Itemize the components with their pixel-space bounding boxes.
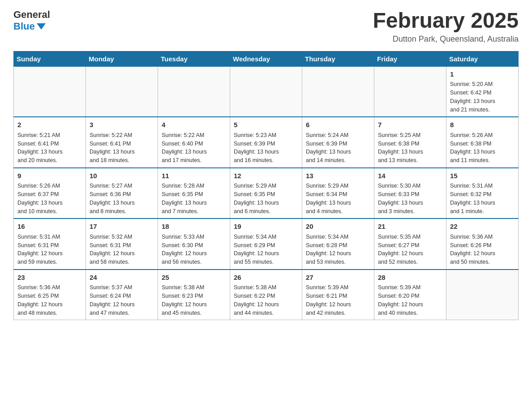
calendar-cell: 12Sunrise: 5:29 AM Sunset: 6:35 PM Dayli…: [230, 168, 302, 219]
calendar-cell: 15Sunrise: 5:31 AM Sunset: 6:32 PM Dayli…: [446, 168, 519, 219]
day-number: 26: [234, 273, 298, 283]
title-block: February 2025 Dutton Park, Queensland, A…: [373, 9, 519, 44]
day-info: Sunrise: 5:37 AM Sunset: 6:24 PM Dayligh…: [90, 283, 154, 317]
day-info: Sunrise: 5:22 AM Sunset: 6:40 PM Dayligh…: [162, 131, 226, 165]
calendar-cell: 7Sunrise: 5:25 AM Sunset: 6:38 PM Daylig…: [374, 117, 446, 168]
calendar-cell: 14Sunrise: 5:30 AM Sunset: 6:33 PM Dayli…: [374, 168, 446, 219]
day-info: Sunrise: 5:36 AM Sunset: 6:26 PM Dayligh…: [450, 233, 515, 266]
calendar-cell: 26Sunrise: 5:38 AM Sunset: 6:22 PM Dayli…: [230, 270, 302, 320]
logo-triangle-icon: [37, 23, 46, 30]
calendar-cell: 17Sunrise: 5:32 AM Sunset: 6:31 PM Dayli…: [86, 218, 158, 270]
calendar-cell: 27Sunrise: 5:39 AM Sunset: 6:21 PM Dayli…: [302, 270, 374, 320]
day-number: 9: [17, 171, 82, 181]
calendar-cell: 21Sunrise: 5:35 AM Sunset: 6:27 PM Dayli…: [374, 218, 446, 270]
calendar-cell: 1Sunrise: 5:20 AM Sunset: 6:42 PM Daylig…: [446, 66, 519, 117]
calendar-cell: [158, 66, 230, 117]
day-info: Sunrise: 5:26 AM Sunset: 6:37 PM Dayligh…: [17, 182, 82, 215]
calendar-cell: [86, 66, 158, 117]
day-number: 8: [450, 120, 515, 130]
day-number: 17: [90, 222, 154, 232]
day-number: 5: [234, 120, 298, 130]
day-info: Sunrise: 5:27 AM Sunset: 6:36 PM Dayligh…: [90, 182, 154, 215]
header-friday: Friday: [374, 51, 446, 66]
day-number: 24: [90, 273, 154, 283]
calendar-week-row-2: 9Sunrise: 5:26 AM Sunset: 6:37 PM Daylig…: [14, 168, 519, 219]
day-number: 16: [17, 222, 82, 232]
calendar-cell: 28Sunrise: 5:39 AM Sunset: 6:20 PM Dayli…: [374, 270, 446, 320]
day-number: 10: [90, 171, 154, 181]
day-number: 14: [378, 171, 442, 181]
header-saturday: Saturday: [446, 51, 519, 66]
calendar-cell: 20Sunrise: 5:34 AM Sunset: 6:28 PM Dayli…: [302, 218, 374, 270]
calendar-cell: [374, 66, 446, 117]
day-info: Sunrise: 5:36 AM Sunset: 6:25 PM Dayligh…: [17, 283, 82, 317]
day-info: Sunrise: 5:35 AM Sunset: 6:27 PM Dayligh…: [378, 233, 442, 266]
calendar-cell: 6Sunrise: 5:24 AM Sunset: 6:39 PM Daylig…: [302, 117, 374, 168]
day-info: Sunrise: 5:28 AM Sunset: 6:35 PM Dayligh…: [162, 182, 226, 215]
day-info: Sunrise: 5:22 AM Sunset: 6:41 PM Dayligh…: [90, 131, 154, 165]
logo-blue-text: Blue: [13, 21, 46, 32]
day-info: Sunrise: 5:34 AM Sunset: 6:29 PM Dayligh…: [234, 233, 298, 266]
calendar-week-row-3: 16Sunrise: 5:31 AM Sunset: 6:31 PM Dayli…: [14, 218, 519, 270]
header-wednesday: Wednesday: [230, 51, 302, 66]
calendar-cell: 23Sunrise: 5:36 AM Sunset: 6:25 PM Dayli…: [14, 270, 86, 320]
day-info: Sunrise: 5:26 AM Sunset: 6:38 PM Dayligh…: [450, 131, 515, 165]
header-thursday: Thursday: [302, 51, 374, 66]
day-info: Sunrise: 5:21 AM Sunset: 6:41 PM Dayligh…: [17, 131, 82, 165]
calendar-table: Sunday Monday Tuesday Wednesday Thursday…: [13, 51, 519, 321]
calendar-cell: 4Sunrise: 5:22 AM Sunset: 6:40 PM Daylig…: [158, 117, 230, 168]
day-number: 12: [234, 171, 298, 181]
day-info: Sunrise: 5:29 AM Sunset: 6:35 PM Dayligh…: [234, 182, 298, 215]
day-info: Sunrise: 5:30 AM Sunset: 6:33 PM Dayligh…: [378, 182, 442, 215]
calendar-cell: 10Sunrise: 5:27 AM Sunset: 6:36 PM Dayli…: [86, 168, 158, 219]
day-number: 28: [378, 273, 442, 283]
day-info: Sunrise: 5:31 AM Sunset: 6:32 PM Dayligh…: [450, 182, 515, 215]
day-number: 2: [17, 120, 82, 130]
calendar-cell: 19Sunrise: 5:34 AM Sunset: 6:29 PM Dayli…: [230, 218, 302, 270]
calendar-cell: 24Sunrise: 5:37 AM Sunset: 6:24 PM Dayli…: [86, 270, 158, 320]
calendar-cell: 22Sunrise: 5:36 AM Sunset: 6:26 PM Dayli…: [446, 218, 519, 270]
day-number: 18: [162, 222, 226, 232]
header-sunday: Sunday: [14, 51, 86, 66]
day-info: Sunrise: 5:29 AM Sunset: 6:34 PM Dayligh…: [306, 182, 370, 215]
day-number: 20: [306, 222, 370, 232]
day-number: 3: [90, 120, 154, 130]
calendar-cell: [302, 66, 374, 117]
day-number: 19: [234, 222, 298, 232]
day-info: Sunrise: 5:24 AM Sunset: 6:39 PM Dayligh…: [306, 131, 370, 165]
calendar-cell: 18Sunrise: 5:33 AM Sunset: 6:30 PM Dayli…: [158, 218, 230, 270]
day-number: 22: [450, 222, 515, 232]
calendar-cell: 11Sunrise: 5:28 AM Sunset: 6:35 PM Dayli…: [158, 168, 230, 219]
day-info: Sunrise: 5:32 AM Sunset: 6:31 PM Dayligh…: [90, 233, 154, 266]
logo: General Blue: [13, 9, 50, 32]
day-info: Sunrise: 5:25 AM Sunset: 6:38 PM Dayligh…: [378, 131, 442, 165]
day-info: Sunrise: 5:34 AM Sunset: 6:28 PM Dayligh…: [306, 233, 370, 266]
day-info: Sunrise: 5:39 AM Sunset: 6:20 PM Dayligh…: [378, 283, 442, 317]
calendar-week-row-0: 1Sunrise: 5:20 AM Sunset: 6:42 PM Daylig…: [14, 66, 519, 117]
location-title: Dutton Park, Queensland, Australia: [373, 34, 519, 44]
weekday-header-row: Sunday Monday Tuesday Wednesday Thursday…: [14, 51, 519, 66]
day-number: 15: [450, 171, 515, 181]
day-info: Sunrise: 5:39 AM Sunset: 6:21 PM Dayligh…: [306, 283, 370, 317]
calendar-cell: 9Sunrise: 5:26 AM Sunset: 6:37 PM Daylig…: [14, 168, 86, 219]
day-number: 27: [306, 273, 370, 283]
month-title: February 2025: [373, 9, 519, 33]
day-number: 13: [306, 171, 370, 181]
calendar-cell: 25Sunrise: 5:38 AM Sunset: 6:23 PM Dayli…: [158, 270, 230, 320]
calendar-cell: 2Sunrise: 5:21 AM Sunset: 6:41 PM Daylig…: [14, 117, 86, 168]
header-monday: Monday: [86, 51, 158, 66]
calendar-cell: 13Sunrise: 5:29 AM Sunset: 6:34 PM Dayli…: [302, 168, 374, 219]
calendar-cell: [14, 66, 86, 117]
day-info: Sunrise: 5:20 AM Sunset: 6:42 PM Dayligh…: [450, 80, 515, 114]
calendar-cell: 8Sunrise: 5:26 AM Sunset: 6:38 PM Daylig…: [446, 117, 519, 168]
page-header: General Blue February 2025 Dutton Park, …: [13, 9, 519, 44]
day-info: Sunrise: 5:33 AM Sunset: 6:30 PM Dayligh…: [162, 233, 226, 266]
logo-general-text: General: [13, 9, 50, 21]
calendar-cell: 5Sunrise: 5:23 AM Sunset: 6:39 PM Daylig…: [230, 117, 302, 168]
day-number: 7: [378, 120, 442, 130]
calendar-cell: [446, 270, 519, 320]
calendar-cell: 3Sunrise: 5:22 AM Sunset: 6:41 PM Daylig…: [86, 117, 158, 168]
day-number: 23: [17, 273, 82, 283]
day-info: Sunrise: 5:38 AM Sunset: 6:23 PM Dayligh…: [162, 283, 226, 317]
day-number: 11: [162, 171, 226, 181]
